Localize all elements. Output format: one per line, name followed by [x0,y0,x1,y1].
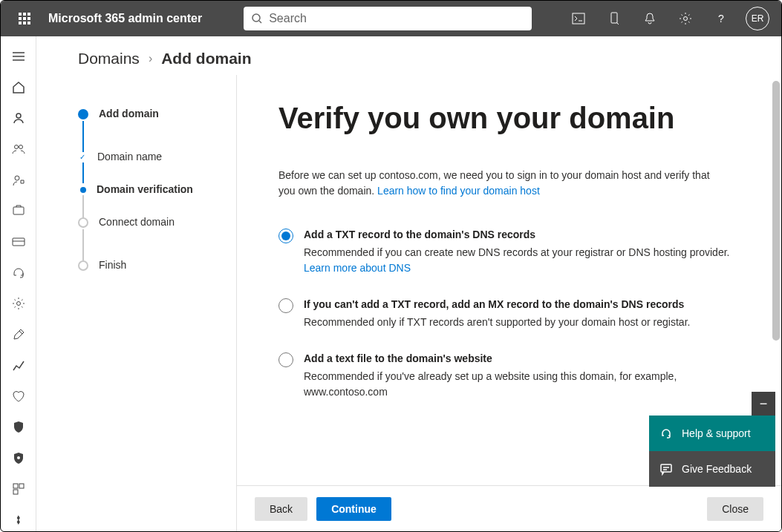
gear-icon[interactable] [668,1,703,36]
billing-icon[interactable] [7,231,30,253]
feedback-icon [659,462,673,476]
option-txt-desc: Recommended if you can create new DNS re… [304,245,739,276]
search-input[interactable]: Search [244,7,532,30]
learn-domain-host-link[interactable]: Learn how to find your domain host [377,185,540,197]
svg-rect-15 [19,484,24,488]
breadcrumb-current: Add domain [161,50,251,68]
svg-rect-10 [13,207,24,214]
option-file-title: Add a text file to the domain's website [304,352,739,364]
option-mx-title: If you can't add a TXT record, add an MX… [304,298,690,310]
compliance-icon[interactable] [7,447,30,470]
option-mx-record[interactable]: If you can't add a TXT record, add an MX… [278,298,739,330]
svg-rect-16 [13,490,18,494]
breadcrumb-parent[interactable]: Domains [78,50,140,68]
security-icon[interactable] [7,416,30,439]
svg-point-7 [14,145,18,148]
step-add-domain[interactable]: Add domain [78,108,236,119]
close-button[interactable]: Close [707,497,763,521]
chevron-right-icon: › [149,52,152,65]
back-button[interactable]: Back [255,497,307,521]
wizard-steps: Add domain Domain name Domain verificati… [36,75,237,531]
help-support-button[interactable]: Help & support [649,416,775,451]
step-connect-domain[interactable]: Connect domain [78,216,236,228]
search-placeholder: Search [269,12,307,25]
svg-point-12 [16,302,20,306]
svg-point-6 [16,114,21,118]
setup-icon[interactable] [7,324,30,346]
admin-centers-icon[interactable] [7,479,30,501]
option-mx-desc: Recommended only if TXT records aren't s… [304,315,690,330]
radio-file[interactable] [278,352,293,367]
svg-point-13 [17,456,20,459]
svg-text:?: ? [718,13,724,24]
header-actions: ? ER [561,1,775,36]
svg-rect-14 [13,484,18,488]
resources-icon[interactable] [7,200,30,222]
svg-point-8 [19,145,22,148]
page-title: Verify you own your domain [278,102,740,135]
svg-point-0 [252,14,260,22]
settings-icon[interactable] [7,293,30,315]
collapse-icon[interactable]: − [752,392,775,416]
mobile-icon[interactable] [597,1,631,36]
learn-dns-link[interactable]: Learn more about DNS [304,262,411,274]
help-float-panel: − Help & support Give Feedback [649,392,775,487]
search-icon [251,13,263,24]
svg-rect-17 [661,464,671,472]
user-avatar[interactable]: ER [746,7,769,30]
headset-icon [659,427,673,440]
hamburger-icon[interactable] [7,45,30,68]
radio-txt[interactable] [278,229,293,243]
option-txt-title: Add a TXT record to the domain's DNS rec… [304,229,739,240]
svg-rect-3 [611,13,617,23]
svg-rect-2 [573,13,584,24]
substep-domain-name[interactable]: Domain name [78,151,236,162]
breadcrumb: Domains › Add domain [36,36,781,75]
roles-icon[interactable] [7,169,30,191]
reports-icon[interactable] [7,355,30,377]
substep-domain-verification[interactable]: Domain verification [78,183,236,195]
svg-point-9 [15,176,19,180]
svg-point-4 [684,17,688,21]
teams-icon[interactable] [7,138,30,160]
left-nav-rail [1,36,36,531]
radio-mx[interactable] [278,298,293,313]
give-feedback-button[interactable]: Give Feedback [649,451,775,487]
svg-line-1 [259,21,261,23]
top-header: Microsoft 365 admin center Search ? ER [1,1,781,36]
support-icon[interactable] [7,262,30,284]
bell-icon[interactable] [633,1,667,36]
app-title: Microsoft 365 admin center [48,12,202,25]
continue-button[interactable]: Continue [316,497,391,521]
nav-more-icon[interactable] [7,509,30,531]
option-txt-record[interactable]: Add a TXT record to the domain's DNS rec… [278,229,739,276]
scrollbar[interactable] [772,81,780,341]
app-launcher-icon[interactable] [7,1,42,36]
step-finish[interactable]: Finish [78,259,236,271]
help-icon[interactable]: ? [704,1,738,36]
shell-icon[interactable] [561,1,596,36]
user-icon[interactable] [7,107,30,129]
health-icon[interactable] [7,386,30,408]
wizard-footer: Back Continue Close [237,485,781,531]
home-icon[interactable] [7,76,30,99]
intro-text: Before we can set up contoso.com, we nee… [278,168,724,199]
svg-rect-11 [13,238,25,246]
